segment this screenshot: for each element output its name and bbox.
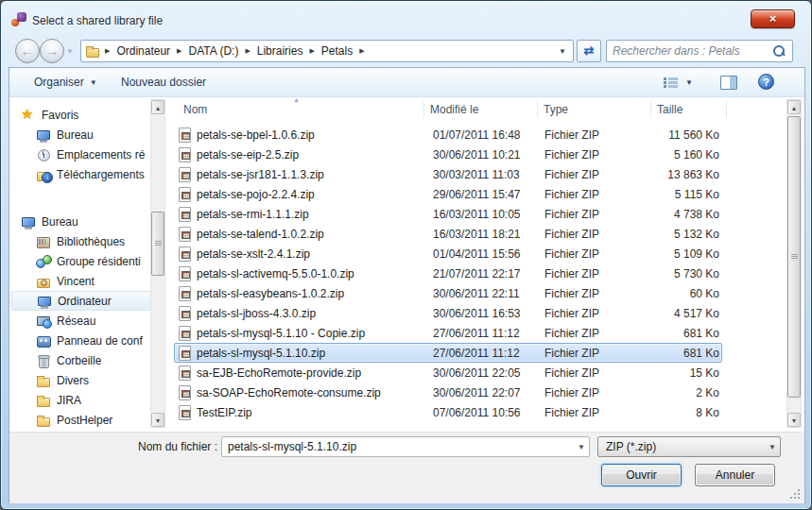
scroll-up-icon[interactable]: ▲ [151, 100, 164, 114]
sidebar-item-label: Groupe résidenti [57, 255, 141, 268]
file-name: sa-SOAP-EchoRemote-consume.zip [197, 386, 381, 400]
file-row[interactable]: petals-se-jsr181-1.1.3.zip 30/03/2011 11… [174, 164, 722, 184]
file-row[interactable]: petals-sl-jboss-4.3.0.zip 30/06/2011 16:… [174, 303, 722, 323]
file-row[interactable]: petals-sl-easybeans-1.0.2.zip 30/06/2011… [174, 283, 722, 303]
scrollbar-thumb[interactable] [787, 116, 801, 398]
sidebar-scrollbar[interactable]: ▲ ▼ [150, 99, 165, 428]
file-row[interactable]: petals-se-bpel-1.0.6.zip 01/07/2011 16:4… [174, 125, 722, 144]
sidebar-item[interactable]: Bureau [11, 125, 151, 144]
refresh-button[interactable]: ⇄ [577, 40, 601, 62]
file-name: petals-sl-mysql-5.1.10.zip [197, 347, 325, 360]
network-icon [36, 314, 51, 329]
help-button[interactable]: ? [758, 74, 774, 90]
file-size: 60 Ko [581, 287, 719, 300]
file-modified-date: 16/03/2011 18:21 [433, 228, 521, 241]
sidebar-item[interactable]: Ordinateur [11, 291, 151, 311]
star-icon [21, 108, 36, 123]
file-size: 13 863 Ko [581, 168, 719, 181]
new-folder-button[interactable]: Nouveau dossier [113, 68, 214, 96]
sidebar-item[interactable]: Réseau [11, 311, 151, 331]
column-separator[interactable] [537, 101, 538, 118]
file-row[interactable]: petals-sl-mysql-5.1.10 - Copie.zip 27/06… [174, 323, 722, 343]
file-modified-date: 27/06/2011 11:12 [433, 347, 520, 360]
sidebar-item[interactable]: Favoris [11, 105, 151, 125]
file-list: ▲ Nom Modifié le Type Taille petals-se-b… [170, 97, 804, 432]
file-name: petals-se-bpel-1.0.6.zip [197, 128, 315, 142]
file-row[interactable]: petals-sl-activemq-5.5.0-1.0.zip 21/07/2… [174, 264, 722, 283]
close-button[interactable]: × [751, 9, 795, 28]
file-row[interactable]: petals-se-xslt-2.4.1.zip 01/04/2011 15:5… [174, 244, 722, 264]
sidebar-item[interactable]: Bureau [11, 212, 151, 231]
sidebar-item[interactable]: Bibliothèques [11, 231, 151, 251]
sidebar-item-label: Favoris [42, 109, 78, 122]
file-name: TestEIP.zip [197, 406, 251, 419]
column-separator[interactable] [423, 101, 424, 118]
sidebar-item[interactable]: Emplacements ré [11, 144, 151, 164]
file-row[interactable]: sa-EJB-EchoRemote-provide.zip 30/06/2011… [174, 363, 722, 382]
sidebar-item[interactable]: Vincent [11, 271, 151, 291]
breadcrumb-item[interactable]: Petals [320, 44, 354, 58]
back-button[interactable]: ← [15, 39, 40, 63]
search-input[interactable] [607, 44, 771, 58]
breadcrumb: ▶Ordinateur▶DATA (D:)▶Librairies▶Petals▶ [100, 44, 370, 58]
cancel-button[interactable]: Annuler [695, 464, 775, 486]
recent-pages-chevron-icon[interactable]: ▼ [66, 47, 74, 56]
sidebar-item[interactable]: Groupe résidenti [11, 251, 151, 271]
file-row[interactable]: TestEIP.zip 07/06/2011 10:56 Fichier ZIP… [174, 402, 722, 422]
list-scrollbar[interactable]: ▲ ▼ [786, 99, 802, 428]
scroll-down-icon[interactable]: ▼ [151, 413, 164, 427]
footer-panel: Nom du fichier : ▼ ZIP (*.zip) ▼ Ouvrir … [9, 432, 804, 503]
file-row[interactable]: petals-sl-mysql-5.1.10.zip 27/06/2011 11… [174, 343, 722, 363]
column-header-size[interactable]: Taille [657, 103, 682, 116]
file-modified-date: 16/03/2011 10:05 [433, 208, 521, 221]
zip-file-icon [179, 385, 191, 400]
scroll-up-icon[interactable]: ▲ [787, 100, 801, 114]
sidebar-item[interactable]: Corbeille [11, 350, 151, 370]
chevron-down-icon[interactable]: ▼ [574, 443, 589, 451]
open-file-dialog: Select a shared library file × ← → ▼ ▶Or… [0, 0, 812, 510]
column-header-type[interactable]: Type [544, 103, 568, 116]
file-row[interactable]: petals-se-pojo-2.2.4.zip 29/06/2011 15:4… [174, 184, 722, 204]
file-row[interactable]: petals-se-rmi-1.1.1.zip 16/03/2011 10:05… [174, 204, 722, 224]
search-box [606, 40, 793, 62]
filetype-dropdown[interactable]: ZIP (*.zip) ▼ [597, 436, 781, 457]
scroll-down-icon[interactable]: ▼ [787, 413, 801, 427]
organize-menu-button[interactable]: Organiser ▼ [26, 68, 105, 96]
filename-label: Nom du fichier : [113, 440, 217, 453]
file-row[interactable]: sa-SOAP-EchoRemote-consume.zip 30/06/201… [174, 382, 722, 402]
sidebar-item[interactable]: PostHelper [11, 410, 151, 430]
file-name: petals-sl-mysql-5.1.10 - Copie.zip [197, 327, 365, 340]
address-bar[interactable]: ▶Ordinateur▶DATA (D:)▶Librairies▶Petals▶… [80, 40, 574, 62]
sidebar-item[interactable]: JIRA [11, 390, 151, 410]
breadcrumb-item[interactable]: Librairies [255, 44, 305, 58]
filename-input[interactable] [222, 440, 574, 453]
chevron-down-icon: ▼ [90, 78, 97, 87]
sidebar-item[interactable]: Panneau de conf [11, 331, 151, 350]
preview-pane-button[interactable] [720, 76, 737, 90]
change-view-button[interactable]: ▼ [664, 68, 693, 96]
homegroup-icon [36, 254, 51, 269]
sidebar-item[interactable]: Téléchargements [11, 164, 151, 184]
sidebar-item-label: Ordinateur [58, 295, 112, 308]
recyclebin-icon [36, 353, 51, 368]
search-icon[interactable] [771, 43, 786, 59]
breadcrumb-item[interactable]: Ordinateur [114, 44, 172, 58]
file-row[interactable]: petals-se-talend-1.0.2.zip 16/03/2011 18… [174, 224, 722, 244]
breadcrumb-item[interactable]: DATA (D:) [186, 44, 240, 58]
forward-arrow-icon: → [45, 42, 60, 59]
scrollbar-thumb[interactable] [151, 212, 164, 276]
forward-button[interactable]: → [40, 39, 64, 63]
column-separator[interactable] [650, 101, 651, 118]
column-header-modified[interactable]: Modifié le [430, 103, 478, 116]
file-name: petals-se-eip-2.5.zip [197, 148, 299, 162]
file-modified-date: 27/06/2011 11:12 [433, 327, 520, 340]
open-button[interactable]: Ouvrir [601, 464, 682, 486]
views-icon [664, 76, 679, 88]
file-size: 4 517 Ko [581, 307, 719, 320]
resize-grip[interactable] [788, 487, 801, 500]
column-header-name[interactable]: Nom [183, 103, 207, 116]
file-row[interactable]: petals-se-eip-2.5.zip 30/06/2011 10:21 F… [174, 144, 722, 164]
sidebar-item[interactable]: Divers [11, 370, 151, 390]
address-dropdown-icon[interactable]: ▼ [559, 47, 569, 56]
column-separator[interactable] [726, 101, 727, 118]
